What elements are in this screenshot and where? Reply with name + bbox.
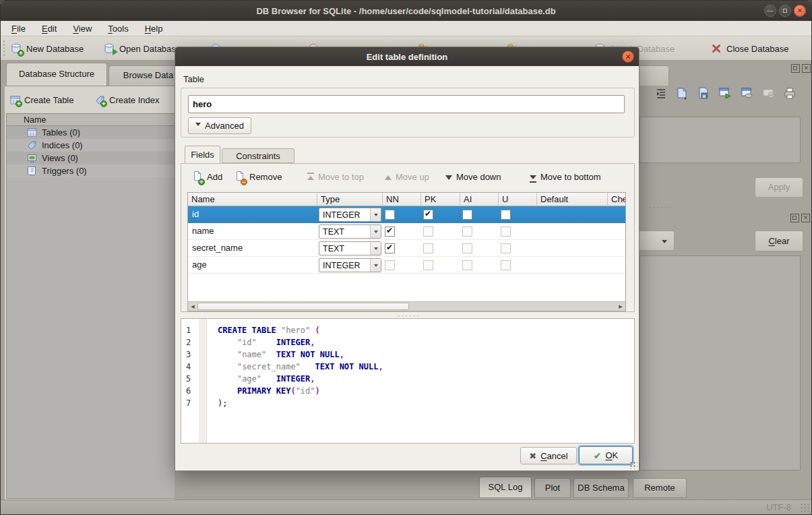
open-database-button[interactable]: Open Database — [103, 41, 181, 56]
chevron-down-icon[interactable] — [370, 208, 381, 221]
window-resize-grip[interactable] — [800, 503, 809, 512]
u-checkbox[interactable] — [501, 243, 511, 253]
nn-checkbox[interactable] — [385, 210, 395, 220]
scroll-right-icon[interactable]: ▶ — [616, 302, 625, 311]
cell-editor-area[interactable] — [639, 117, 801, 163]
u-checkbox[interactable] — [501, 210, 511, 220]
print-icon[interactable] — [783, 86, 798, 101]
tree-header[interactable]: Name — [7, 114, 175, 126]
tree-item-views[interactable]: Views (0) — [7, 152, 175, 164]
pk-checkbox[interactable] — [423, 260, 433, 270]
sql-log-area[interactable] — [639, 255, 801, 471]
column-header-name[interactable]: Name — [188, 193, 317, 206]
create-index-button[interactable]: + Create Index — [95, 92, 159, 108]
create-table-button[interactable]: + Create Table — [10, 92, 73, 108]
menu-file[interactable]: File — [3, 21, 34, 36]
column-header-pk[interactable]: PK — [421, 193, 460, 206]
table-name-input[interactable] — [188, 95, 625, 113]
clear-button[interactable]: Clear — [755, 231, 803, 251]
sql-preview[interactable]: 1234567 – CREATE TABLE "hero" ( "id" INT… — [181, 318, 635, 444]
field-name-cell[interactable]: age — [192, 260, 207, 270]
minimize-icon[interactable]: — — [764, 5, 776, 17]
move-down-button[interactable]: Move down — [445, 169, 501, 185]
tree-item-indices[interactable]: Indices (0) — [7, 139, 175, 152]
menu-tools[interactable]: Tools — [100, 21, 136, 36]
fields-table-hscrollbar[interactable]: ◀ ▶ — [188, 301, 625, 311]
cancel-button[interactable]: ✖ Cancel — [520, 447, 577, 464]
dialog-close-icon[interactable]: ✕ — [622, 51, 634, 63]
column-header-type[interactable]: Type — [317, 193, 383, 206]
fields-table-header[interactable]: NameTypeNNPKAIUDefaultCheck — [188, 193, 625, 206]
field-row-secret_name[interactable]: secret_nameTEXT — [188, 240, 625, 257]
tab-remote[interactable]: Remote — [633, 478, 687, 498]
ai-checkbox[interactable] — [462, 226, 472, 237]
close-icon[interactable]: ✕ — [794, 5, 806, 17]
menu-help[interactable]: Help — [137, 21, 171, 36]
remove-button[interactable]: –Remove — [235, 169, 282, 185]
ai-checkbox[interactable] — [462, 260, 472, 270]
field-row-id[interactable]: idINTEGER — [188, 206, 625, 223]
toolbar-handle[interactable] — [3, 40, 6, 57]
ai-checkbox[interactable] — [462, 210, 472, 220]
nn-checkbox[interactable] — [385, 226, 395, 237]
scroll-left-icon[interactable]: ◀ — [188, 302, 197, 311]
nn-checkbox[interactable] — [385, 243, 395, 253]
close-database-button[interactable]: Close Database — [710, 41, 789, 56]
schema-tree[interactable]: Name Tables (0)Indices (0)Views (0)Trigg… — [6, 113, 175, 499]
field-name-cell[interactable]: secret_name — [192, 243, 243, 253]
maximize-icon[interactable] — [779, 5, 791, 17]
chevron-down-icon[interactable] — [370, 259, 381, 272]
fold-margin[interactable] — [199, 319, 207, 443]
tab-database-structure[interactable]: Database Structure — [6, 63, 107, 86]
field-type-combobox[interactable]: INTEGER — [319, 208, 381, 222]
tab-constraints[interactable]: Constraints — [222, 148, 294, 163]
scrollbar-thumb[interactable] — [197, 303, 409, 310]
tab-fields[interactable]: Fields — [185, 146, 220, 163]
tree-item-tables[interactable]: Tables (0) — [7, 126, 175, 139]
menu-view[interactable]: View — [65, 21, 100, 36]
tree-item-triggers[interactable]: Triggers (0) — [7, 164, 175, 177]
pk-checkbox[interactable] — [423, 210, 433, 220]
column-header-check[interactable]: Check — [608, 193, 626, 206]
field-type-combobox[interactable]: INTEGER — [319, 258, 381, 272]
column-header-default[interactable]: Default — [537, 193, 608, 206]
splitter-handle[interactable]: ······ — [649, 203, 672, 211]
mdi-restore-icon[interactable] — [791, 64, 800, 73]
column-header-ai[interactable]: AI — [460, 193, 499, 206]
ok-button[interactable]: ✔ OK — [579, 446, 633, 464]
nn-checkbox[interactable] — [385, 260, 395, 270]
column-header-nn[interactable]: NN — [383, 193, 421, 206]
field-type-combobox[interactable]: TEXT — [319, 241, 381, 255]
u-checkbox[interactable] — [501, 226, 511, 237]
dock-close-icon[interactable]: ✕ — [801, 214, 810, 222]
fields-table[interactable]: NameTypeNNPKAIUDefaultCheck idINTEGERnam… — [187, 192, 626, 311]
link-window-icon[interactable] — [741, 86, 755, 101]
mdi-close-icon[interactable]: ✕ — [802, 64, 811, 73]
chevron-down-icon[interactable] — [370, 242, 381, 255]
indent-icon[interactable] — [654, 86, 669, 101]
field-row-name[interactable]: nameTEXT — [188, 223, 625, 240]
dock-float-icon[interactable] — [790, 214, 799, 222]
column-header-u[interactable]: U — [499, 193, 537, 206]
tab-db-schema[interactable]: DB Schema — [573, 478, 629, 498]
export-file-icon[interactable] — [697, 86, 712, 101]
add-button[interactable]: +Add — [192, 169, 222, 185]
menu-edit[interactable]: Edit — [34, 21, 65, 36]
new-database-button[interactable]: + New Database — [10, 41, 84, 56]
ai-checkbox[interactable] — [462, 243, 472, 253]
null-icon[interactable] — [762, 86, 777, 101]
field-name-cell[interactable]: id — [192, 209, 199, 219]
field-name-cell[interactable]: name — [192, 226, 214, 236]
dialog-titlebar[interactable]: Edit table definition ✕ — [175, 47, 639, 66]
pk-checkbox[interactable] — [423, 226, 433, 237]
chevron-down-icon[interactable] — [370, 225, 381, 238]
u-checkbox[interactable] — [501, 260, 511, 270]
field-row-age[interactable]: ageINTEGER — [188, 257, 625, 274]
advanced-button[interactable]: Advanced — [188, 117, 251, 134]
window-titlebar[interactable]: DB Browser for SQLite - /home/user/code/… — [1, 1, 811, 21]
tab-sql-log[interactable]: SQL Log — [479, 477, 532, 498]
tab-plot[interactable]: Plot — [534, 478, 571, 498]
execute-window-icon[interactable] — [718, 86, 733, 101]
field-type-combobox[interactable]: TEXT — [319, 224, 381, 239]
pk-checkbox[interactable] — [423, 243, 433, 253]
